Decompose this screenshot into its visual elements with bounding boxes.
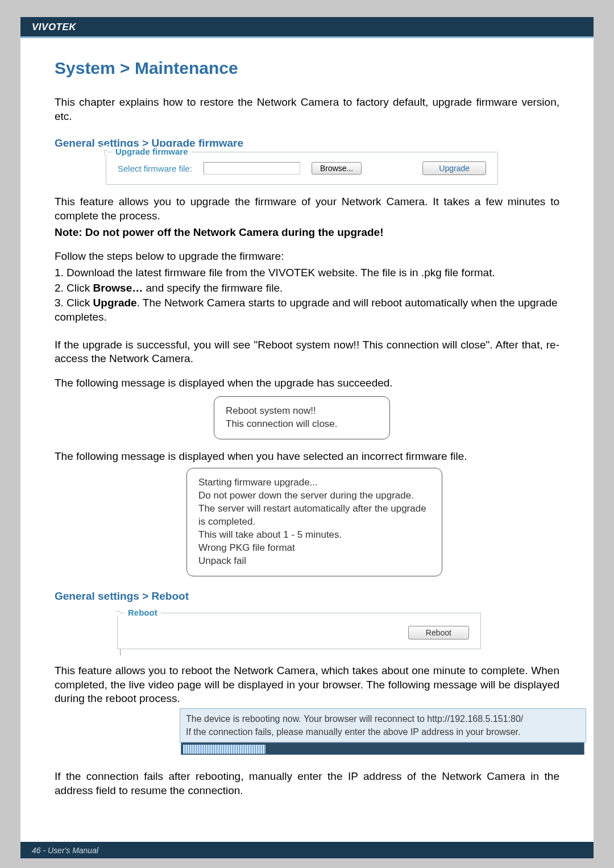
upgrade-button[interactable]: Upgrade xyxy=(422,161,486,175)
browse-button[interactable]: Browse... xyxy=(312,162,362,175)
step3-bold: Upgrade xyxy=(93,297,137,309)
fail-message-box: Starting firmware upgrade... Do not powe… xyxy=(186,468,442,576)
firmware-file-input[interactable] xyxy=(204,162,300,175)
upgrade-note: Note: Do not power off the Network Camer… xyxy=(55,226,559,240)
fail-l1: Starting firmware upgrade... xyxy=(198,476,430,489)
reboot-msg-pre: The device is rebooting now. Your browse… xyxy=(186,714,427,724)
success-text: If the upgrade is successful, you will s… xyxy=(55,338,559,366)
steps-intro: Follow the steps below to upgrade the fi… xyxy=(55,250,559,264)
step2-pre: 2. Click xyxy=(55,282,93,294)
page-footer: 46 - User's Manual xyxy=(20,842,594,858)
footer-page-number: 46 - User's Manual xyxy=(32,846,98,855)
page: VIVOTEK System > Maintenance This chapte… xyxy=(20,17,594,858)
steps-list: 1. Download the latest firmware file fro… xyxy=(55,266,559,325)
step-1: 1. Download the latest firmware file fro… xyxy=(55,266,559,280)
brand-text: VIVOTEK xyxy=(32,22,76,32)
reboot-progress-bar xyxy=(181,742,584,755)
upgrade-row: Select firmware file: Browse... Upgrade xyxy=(118,161,486,175)
reboot-msg-line2: If the connection fails, please manually… xyxy=(186,725,580,738)
success-intro: The following message is displayed when … xyxy=(55,376,559,391)
step2-bold: Browse… xyxy=(93,282,143,294)
fieldset-dash-icon: ┌ xyxy=(102,146,107,155)
content-area: System > Maintenance This chapter explai… xyxy=(20,38,594,812)
reboot-legend: Reboot xyxy=(125,608,161,617)
upgrade-fieldset: ┌ Upgrade firmware Select firmware file:… xyxy=(106,152,498,185)
page-title: System > Maintenance xyxy=(55,59,559,78)
fail-l5: Wrong PKG file format xyxy=(198,542,430,555)
success-message-box: Reboot system now!! This connection will… xyxy=(214,396,390,439)
upgrade-desc: This feature allows you to upgrade the f… xyxy=(55,195,559,223)
header-bar: VIVOTEK xyxy=(20,17,594,36)
reboot-button[interactable]: Reboot xyxy=(408,626,469,639)
reboot-msg-url: http://192.168.5.151:80/ xyxy=(427,714,523,724)
reboot-heading: General settings > Reboot xyxy=(55,590,559,603)
step-3: 3. Click Upgrade. The Network Camera sta… xyxy=(55,296,559,324)
fieldset-dash-icon: − xyxy=(115,607,120,616)
reboot-desc: This feature allows you to reboot the Ne… xyxy=(55,664,559,706)
fail-l2: Do not power down the server during the … xyxy=(198,489,430,502)
fail-l4: This will take about 1 - 5 minutes. xyxy=(198,529,430,542)
file-label: Select firmware file: xyxy=(118,164,192,173)
reboot-message-box: The device is rebooting now. Your browse… xyxy=(180,708,586,742)
upgrade-panel: ┌ Upgrade firmware Select firmware file:… xyxy=(106,152,559,185)
reboot-after: If the connection fails after rebooting,… xyxy=(55,770,559,798)
upgrade-legend: Upgrade firmware xyxy=(112,147,192,156)
fail-l6: Unpack fail xyxy=(198,555,430,568)
reboot-msg-line1: The device is rebooting now. Your browse… xyxy=(186,712,580,725)
success-line1: Reboot system now!! xyxy=(226,405,378,418)
fail-l3: The server will restart automatically af… xyxy=(198,502,430,529)
intro-paragraph: This chapter explains how to restore the… xyxy=(55,95,559,123)
reboot-row: Reboot xyxy=(129,626,469,639)
reboot-progress-fill xyxy=(183,745,265,754)
fail-intro: The following message is displayed when … xyxy=(55,450,559,464)
step-2: 2. Click Browse… and specify the firmwar… xyxy=(55,281,559,296)
corner-tick: ⌊ xyxy=(119,648,122,656)
step2-post: and specify the firmware file. xyxy=(143,282,283,294)
success-line2: This connection will close. xyxy=(226,418,378,431)
reboot-fieldset: − Reboot Reboot xyxy=(117,613,481,649)
step3-pre: 3. Click xyxy=(55,297,93,309)
